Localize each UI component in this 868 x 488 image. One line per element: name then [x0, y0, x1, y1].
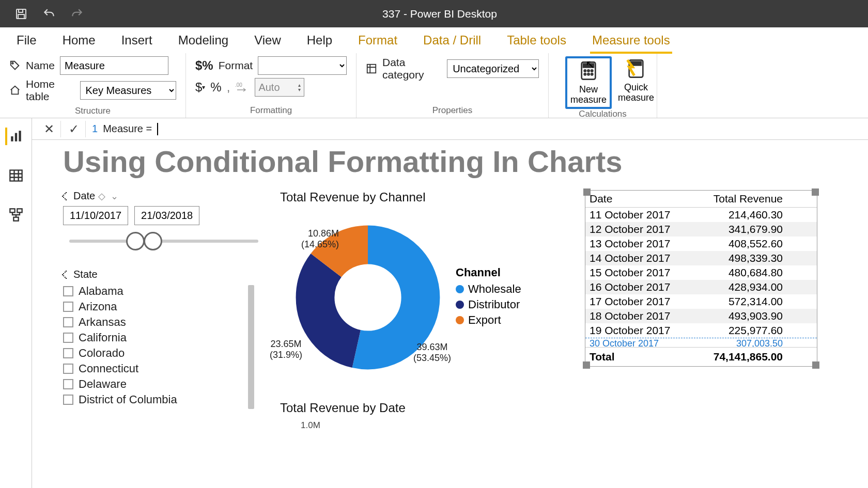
undo-icon[interactable] — [42, 7, 56, 21]
state-item[interactable]: Arkansas — [63, 316, 265, 329]
col-rev-header[interactable]: Total Revenue — [689, 191, 787, 207]
svg-rect-2 — [18, 14, 24, 19]
new-measure-button[interactable]: ↖ New measure — [565, 56, 612, 109]
resize-handle-icon[interactable] — [812, 361, 819, 369]
state-item[interactable]: Colorado — [63, 347, 265, 360]
tag-icon — [9, 60, 21, 71]
save-icon[interactable] — [14, 7, 28, 21]
legend-item: Wholesale — [456, 282, 521, 296]
table-row[interactable]: 13 October 2017408,552.60 — [585, 237, 817, 251]
cell-rev: 480,684.80 — [689, 265, 787, 280]
checkbox-icon[interactable] — [63, 333, 73, 343]
date-to-input[interactable]: 21/03/2018 — [134, 206, 199, 225]
slider-handle-from[interactable] — [126, 232, 145, 250]
state-label: Colorado — [79, 347, 125, 360]
table-row[interactable]: 11 October 2017214,460.30 — [585, 208, 817, 222]
slicer-handle-icon — [62, 270, 71, 279]
cell-rev: 214,460.30 — [689, 208, 787, 222]
tab-help[interactable]: Help — [305, 28, 334, 53]
donut-chart[interactable]: 10.86M (14.65%) 23.65M (31.9%) 39.63M (5… — [280, 210, 569, 385]
checkbox-icon[interactable] — [63, 286, 73, 296]
formula-cancel-icon[interactable]: ✕ — [37, 121, 61, 137]
model-view-icon[interactable] — [7, 206, 25, 224]
app-title: 337 - Power BI Desktop — [84, 8, 868, 20]
data-view-icon[interactable] — [7, 167, 25, 184]
col-date-header[interactable]: Date — [585, 191, 689, 207]
tab-table-tools[interactable]: Table tools — [505, 28, 568, 53]
state-item[interactable]: Arizona — [63, 300, 265, 313]
group-label-formatting: Formatting — [195, 105, 347, 117]
checkbox-icon[interactable] — [63, 395, 73, 405]
state-item[interactable]: District of Columbia — [63, 393, 265, 406]
donut-label-wholesale: 39.63M (53.45%) — [413, 342, 451, 364]
table-row[interactable]: 19 October 2017225,977.60 — [585, 323, 817, 338]
date-from-input[interactable]: 11/10/2017 — [63, 206, 128, 225]
decimal-places-input[interactable]: Auto ▴▾ — [255, 78, 304, 97]
table-row[interactable]: 12 October 2017341,679.90 — [585, 222, 817, 237]
checkbox-icon[interactable] — [63, 364, 73, 374]
cell-date: 13 October 2017 — [585, 237, 689, 251]
donut-title: Total Revenue by Channel — [280, 190, 569, 204]
tab-home[interactable]: Home — [60, 28, 98, 53]
table-row-cut: 30 October 2017 307,003.50 — [585, 338, 817, 347]
ribbon-group-calculations: ↖ New measure Quick measure Calculations — [549, 53, 657, 118]
checkbox-icon[interactable] — [63, 317, 73, 327]
eraser-icon[interactable]: ◇ — [98, 191, 105, 201]
home-table-select[interactable]: Key Measures — [80, 81, 176, 100]
formula-bar: ✕ ✓ 1 Measure = — [32, 118, 868, 140]
table-row[interactable]: 15 October 2017480,684.80 — [585, 265, 817, 280]
state-item[interactable]: Delaware — [63, 377, 265, 391]
cell-rev: 225,977.60 — [689, 323, 787, 338]
date-slicer[interactable]: Date ◇ ⌄ 11/10/2017 21/03/2018 — [63, 190, 265, 243]
resize-handle-icon[interactable] — [583, 361, 590, 369]
tab-insert[interactable]: Insert — [119, 28, 154, 53]
data-category-select[interactable]: Uncategorized — [447, 59, 539, 78]
tab-measure-tools[interactable]: Measure tools — [590, 28, 672, 53]
cell-date: 17 October 2017 — [585, 294, 689, 309]
table-row[interactable]: 16 October 2017428,934.00 — [585, 280, 817, 294]
checkbox-icon[interactable] — [63, 348, 73, 358]
view-rail — [0, 118, 32, 488]
table-row[interactable]: 18 October 2017493,903.90 — [585, 309, 817, 323]
quick-measure-button[interactable]: Quick measure — [615, 56, 657, 105]
checkbox-icon[interactable] — [63, 302, 73, 312]
cell-date: 12 October 2017 — [585, 222, 689, 237]
svg-rect-18 — [19, 131, 21, 141]
data-category-icon — [366, 63, 377, 74]
formula-commit-icon[interactable]: ✓ — [62, 121, 86, 137]
ribbon-group-properties: Data category Uncategorized Properties — [357, 53, 549, 118]
formula-input[interactable]: 1 Measure = — [87, 123, 868, 135]
state-item[interactable]: Alabama — [63, 285, 265, 298]
tab-data-drill[interactable]: Data / Drill — [421, 28, 483, 53]
state-item[interactable]: Connecticut — [63, 362, 265, 375]
cell-rev: 493,903.90 — [689, 309, 787, 323]
table-row[interactable]: 14 October 2017498,339.30 — [585, 251, 817, 265]
name-input[interactable] — [60, 56, 168, 75]
slider-handle-to[interactable] — [144, 232, 162, 250]
date-slider[interactable] — [69, 240, 258, 243]
report-view-icon[interactable] — [5, 128, 23, 145]
tab-modeling[interactable]: Modeling — [176, 28, 230, 53]
format-select[interactable] — [258, 56, 347, 75]
decimal-icon[interactable]: .00 — [235, 82, 250, 93]
state-slicer[interactable]: State AlabamaArizonaArkansasCaliforniaCo… — [63, 269, 265, 406]
cell-rev: 428,934.00 — [689, 280, 787, 294]
comma-icon[interactable]: , — [227, 80, 230, 95]
tab-view[interactable]: View — [252, 28, 283, 53]
legend-title: Channel — [456, 266, 521, 279]
percent-icon[interactable]: % — [210, 80, 221, 95]
redo-icon[interactable] — [70, 7, 84, 21]
table-row[interactable]: 17 October 2017572,314.00 — [585, 294, 817, 309]
checkbox-icon[interactable] — [63, 379, 73, 389]
legend-swatch-icon — [456, 316, 464, 324]
titlebar: 337 - Power BI Desktop — [0, 0, 868, 27]
tab-format[interactable]: Format — [356, 28, 399, 53]
state-item[interactable]: California — [63, 331, 265, 344]
tab-file[interactable]: File — [14, 28, 39, 53]
slicer-handle-icon — [62, 192, 71, 200]
chevron-down-icon[interactable]: ⌄ — [111, 191, 118, 201]
revenue-table[interactable]: Date Total Revenue 11 October 2017214,46… — [585, 190, 817, 367]
currency-icon[interactable]: $ ▾ — [195, 80, 205, 95]
legend-label: Wholesale — [468, 282, 521, 296]
scrollbar[interactable] — [248, 285, 254, 409]
